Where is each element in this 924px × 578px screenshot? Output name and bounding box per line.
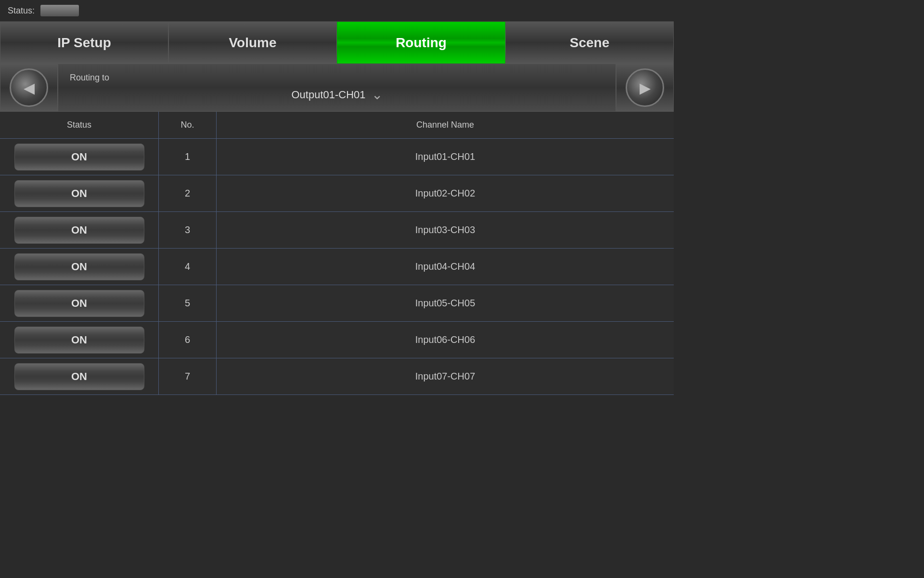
- chevron-down-icon: ⌄: [372, 87, 383, 103]
- table-row: ON 5 Input05-CH05: [0, 285, 674, 322]
- next-arrow-button[interactable]: ▶: [616, 64, 674, 112]
- col-no-3: 3: [159, 212, 217, 248]
- col-channel-4: Input04-CH04: [217, 261, 674, 272]
- tab-routing[interactable]: Routing: [337, 22, 505, 64]
- table-row: ON 7 Input07-CH07: [0, 358, 674, 395]
- col-channel-1: Input01-CH01: [217, 151, 674, 162]
- col-status-3: ON: [0, 212, 159, 248]
- routing-header: ◀ Routing to Output01-CH01 ⌄ ▶: [0, 64, 674, 112]
- nav-tabs: IP Setup Volume Routing Scene: [0, 21, 674, 64]
- col-no-7: 7: [159, 358, 217, 394]
- col-no-4: 4: [159, 249, 217, 285]
- next-arrow-icon: ▶: [626, 68, 664, 107]
- col-channel-3: Input03-CH03: [217, 224, 674, 236]
- routing-value: Output01-CH01 ⌄: [70, 87, 604, 103]
- on-button-6[interactable]: ON: [14, 327, 144, 354]
- status-bar: Status:: [0, 0, 674, 21]
- output-selector[interactable]: Routing to Output01-CH01 ⌄: [58, 64, 616, 112]
- col-no-5: 5: [159, 285, 217, 321]
- on-button-7[interactable]: ON: [14, 363, 144, 390]
- on-button-4[interactable]: ON: [14, 253, 144, 280]
- status-label: Status:: [8, 6, 35, 16]
- col-no-1: 1: [159, 139, 217, 175]
- col-status-5: ON: [0, 285, 159, 321]
- col-channel-5: Input05-CH05: [217, 298, 674, 309]
- col-status-2: ON: [0, 175, 159, 211]
- on-button-2[interactable]: ON: [14, 180, 144, 207]
- table-row: ON 2 Input02-CH02: [0, 175, 674, 212]
- col-status-4: ON: [0, 249, 159, 285]
- routing-table: Status No. Channel Name ON 1 Input01-CH0…: [0, 112, 674, 395]
- tab-ip-setup[interactable]: IP Setup: [0, 22, 168, 64]
- routing-to-label: Routing to: [70, 73, 604, 83]
- col-status-header: Status: [0, 112, 159, 138]
- on-button-1[interactable]: ON: [14, 144, 144, 171]
- on-button-3[interactable]: ON: [14, 217, 144, 244]
- col-no-2: 2: [159, 175, 217, 211]
- prev-arrow-button[interactable]: ◀: [0, 64, 58, 112]
- table-row: ON 3 Input03-CH03: [0, 212, 674, 249]
- table-row: ON 1 Input01-CH01: [0, 139, 674, 175]
- table-row: ON 4 Input04-CH04: [0, 249, 674, 285]
- on-button-5[interactable]: ON: [14, 290, 144, 317]
- prev-arrow-icon: ◀: [10, 68, 48, 107]
- col-no-6: 6: [159, 322, 217, 358]
- status-indicator: [40, 5, 79, 16]
- col-channel-name-header: Channel Name: [217, 112, 674, 138]
- table-header: Status No. Channel Name: [0, 112, 674, 139]
- col-channel-7: Input07-CH07: [217, 371, 674, 382]
- table-row: ON 6 Input06-CH06: [0, 322, 674, 358]
- col-status-6: ON: [0, 322, 159, 358]
- tab-scene[interactable]: Scene: [505, 22, 674, 64]
- col-no-header: No.: [159, 112, 217, 138]
- col-status-1: ON: [0, 139, 159, 175]
- tab-volume[interactable]: Volume: [168, 22, 337, 64]
- col-channel-6: Input06-CH06: [217, 334, 674, 345]
- col-channel-2: Input02-CH02: [217, 188, 674, 199]
- col-status-7: ON: [0, 358, 159, 394]
